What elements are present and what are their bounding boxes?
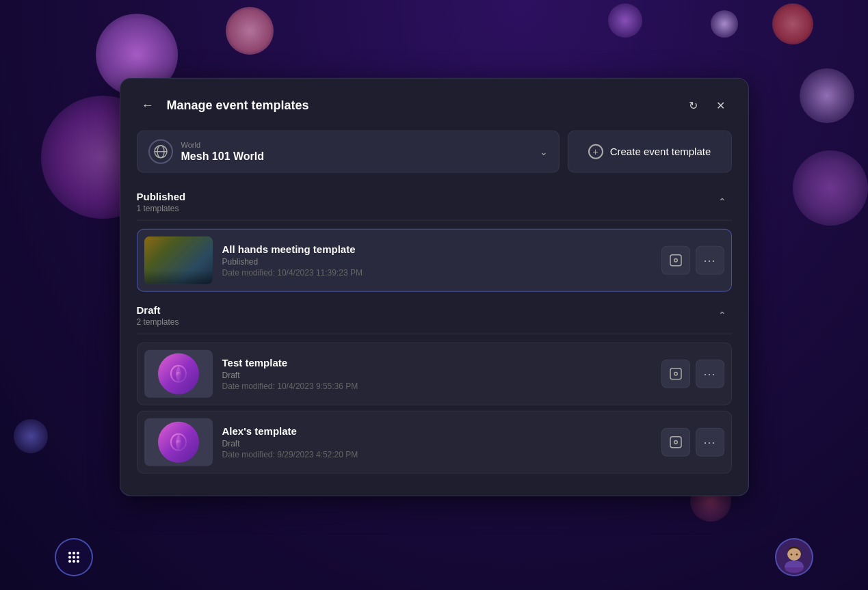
svg-point-6 <box>176 371 181 375</box>
template-date-alex: Date modified: 9/29/2023 4:52:20 PM <box>222 449 652 459</box>
mesh-logo-svg-alex <box>168 431 189 453</box>
svg-point-22 <box>77 560 79 563</box>
mesh-logo-svg <box>168 362 189 384</box>
published-title-group: Published 1 templates <box>137 190 186 213</box>
publish-action-button-test[interactable] <box>661 359 690 388</box>
svg-point-15 <box>73 552 75 554</box>
published-section-count: 1 templates <box>137 203 186 213</box>
more-icon: ⋯ <box>703 252 716 267</box>
template-thumbnail-alex <box>144 418 213 466</box>
template-status-alex: Draft <box>222 438 652 448</box>
svg-point-18 <box>73 556 75 559</box>
landscape-thumbnail <box>144 236 213 284</box>
svg-point-20 <box>68 560 71 563</box>
world-icon <box>148 139 173 163</box>
more-action-button-test[interactable]: ⋯ <box>696 359 724 388</box>
draft-section-header: Draft 2 templates ⌃ <box>137 297 732 334</box>
grid-icon <box>66 550 81 565</box>
svg-point-17 <box>68 556 71 559</box>
close-icon: ✕ <box>716 99 725 112</box>
template-thumbnail-test <box>144 349 213 397</box>
dialog-header: ← Manage event templates ↻ ✕ <box>137 94 732 116</box>
header-actions: ↻ ✕ <box>683 94 732 116</box>
svg-point-21 <box>73 560 75 563</box>
svg-point-25 <box>791 554 793 556</box>
template-status-test: Draft <box>222 370 652 379</box>
refresh-button[interactable]: ↻ <box>683 94 705 116</box>
svg-point-19 <box>77 556 79 559</box>
template-name-alex: Alex's template <box>222 425 652 436</box>
refresh-icon: ↻ <box>689 99 698 112</box>
chevron-up-icon: ⌃ <box>718 196 726 207</box>
publish-icon-test <box>669 366 683 380</box>
svg-point-14 <box>68 552 71 554</box>
world-row: World Mesh 101 World ⌄ + Create event te… <box>137 130 732 172</box>
published-section-header: Published 1 templates ⌃ <box>137 183 732 220</box>
svg-point-26 <box>796 554 798 556</box>
template-name-test: Test template <box>222 356 652 368</box>
world-name: Mesh 101 World <box>181 150 531 162</box>
chevron-up-icon-draft: ⌃ <box>718 310 726 321</box>
published-items-list: All hands meeting template Published Dat… <box>137 228 732 291</box>
template-info-test: Test template Draft Date modified: 10/4/… <box>222 356 652 390</box>
template-item-test[interactable]: Test template Draft Date modified: 10/4/… <box>137 342 732 405</box>
more-icon-test: ⋯ <box>703 366 716 381</box>
svg-point-16 <box>77 552 79 554</box>
published-section-title: Published <box>137 190 186 202</box>
publish-action-button-alex[interactable] <box>661 427 690 456</box>
template-actions-test: ⋯ <box>661 359 724 388</box>
template-actions-all-hands: ⋯ <box>661 245 724 274</box>
world-label: World <box>181 140 531 148</box>
dialog-title: Manage event templates <box>167 98 674 113</box>
mesh-logo-thumb-test <box>158 353 199 394</box>
create-button-label: Create event template <box>610 146 711 157</box>
more-action-button-all-hands[interactable]: ⋯ <box>696 245 724 274</box>
more-icon-alex: ⋯ <box>703 434 716 449</box>
publish-action-button-all-hands[interactable] <box>661 245 690 274</box>
back-button[interactable]: ← <box>137 94 159 116</box>
avatar-svg <box>780 541 808 573</box>
grid-menu-button[interactable] <box>55 538 93 576</box>
template-status-all-hands: Published <box>222 256 652 266</box>
draft-title-group: Draft 2 templates <box>137 304 179 326</box>
template-name-all-hands: All hands meeting template <box>222 243 652 254</box>
template-info-all-hands: All hands meeting template Published Dat… <box>222 243 652 277</box>
world-selector[interactable]: World Mesh 101 World ⌄ <box>137 130 560 172</box>
draft-section-count: 2 templates <box>137 317 179 326</box>
published-collapse-button[interactable]: ⌃ <box>713 192 732 211</box>
draft-items-list: Test template Draft Date modified: 10/4/… <box>137 342 732 473</box>
template-item-all-hands[interactable]: All hands meeting template Published Dat… <box>137 228 732 291</box>
mesh-logo-thumb-alex <box>158 421 199 462</box>
svg-point-5 <box>674 259 676 261</box>
more-action-button-alex[interactable]: ⋯ <box>696 427 724 456</box>
chevron-down-icon: ⌄ <box>540 146 548 157</box>
draft-collapse-button[interactable]: ⌃ <box>713 306 732 325</box>
template-item-alex[interactable]: Alex's template Draft Date modified: 9/2… <box>137 410 732 473</box>
draft-section: Draft 2 templates ⌃ <box>137 297 732 473</box>
draft-section-title: Draft <box>137 304 179 315</box>
back-icon: ← <box>142 98 154 113</box>
close-button[interactable]: ✕ <box>710 94 732 116</box>
svg-point-10 <box>176 440 181 444</box>
create-event-template-button[interactable]: + Create event template <box>568 130 732 172</box>
publish-icon <box>669 253 683 267</box>
svg-point-9 <box>674 373 676 375</box>
publish-icon-alex <box>669 435 683 448</box>
user-avatar-button[interactable] <box>775 538 813 576</box>
template-actions-alex: ⋯ <box>661 427 724 456</box>
template-thumbnail-all-hands <box>144 236 213 284</box>
template-info-alex: Alex's template Draft Date modified: 9/2… <box>222 425 652 459</box>
template-date-all-hands: Date modified: 10/4/2023 11:39:23 PM <box>222 267 652 277</box>
world-info: World Mesh 101 World <box>181 140 531 162</box>
svg-point-13 <box>674 441 676 443</box>
plus-circle-icon: + <box>588 144 603 159</box>
bottom-bar <box>0 538 868 576</box>
manage-event-templates-dialog: ← Manage event templates ↻ ✕ World <box>120 77 749 496</box>
template-date-test: Date modified: 10/4/2023 9:55:36 PM <box>222 381 652 390</box>
